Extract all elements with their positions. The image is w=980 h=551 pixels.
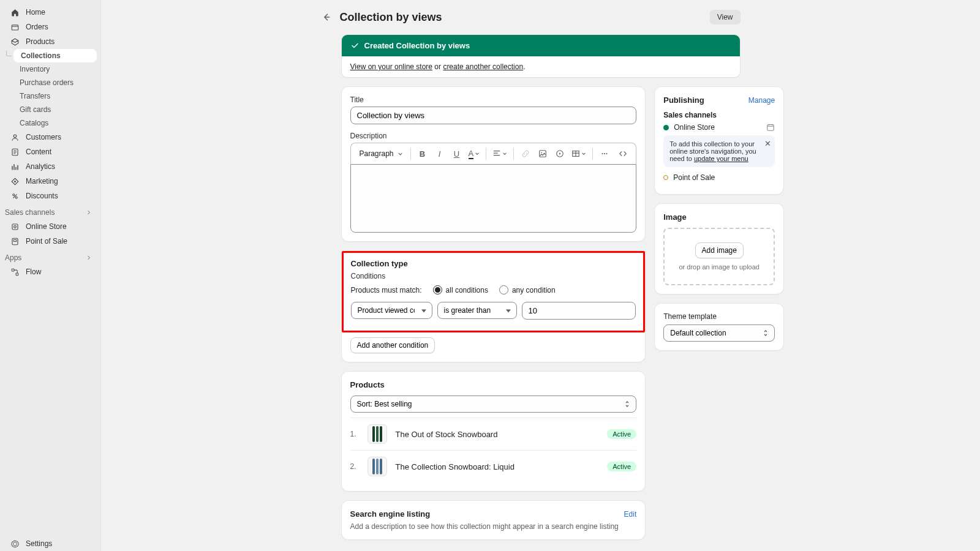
code-button[interactable] (615, 146, 631, 162)
orders-icon (10, 22, 20, 32)
seo-heading: Search engine listing (350, 509, 431, 519)
radio-all[interactable]: all conditions (433, 285, 488, 294)
products-heading: Products (350, 380, 637, 389)
publishing-heading: Publishing (663, 96, 704, 105)
code-icon (619, 149, 627, 158)
nav-channel-point-of-sale[interactable]: Point of Sale (0, 234, 100, 249)
image-button[interactable] (535, 146, 551, 162)
nav-section-apps[interactable]: Apps (0, 249, 100, 264)
svg-rect-19 (767, 125, 774, 131)
sort-select[interactable]: Sort: Best selling (350, 395, 637, 413)
seo-card: Search engine listing Edit Add a descrip… (341, 500, 646, 540)
italic-button[interactable]: I (432, 146, 448, 162)
drop-hint: or drop an image to upload (669, 263, 769, 271)
bold-button[interactable]: B (415, 146, 431, 162)
paragraph-select[interactable]: Paragraph (356, 148, 407, 160)
table-button[interactable] (569, 146, 589, 162)
page-title: Collection by views (340, 11, 442, 24)
channels-header: Sales channels (5, 208, 55, 217)
svg-rect-0 (12, 24, 18, 29)
radio-any[interactable]: any condition (499, 285, 556, 294)
underline-button[interactable]: U (449, 146, 465, 162)
match-label: Products must match: (351, 286, 422, 294)
chevron-down-icon (398, 151, 403, 157)
nav-sub-transfers[interactable]: Transfers (0, 89, 100, 103)
image-dropzone[interactable]: Add image or drop an image to upload (663, 228, 775, 285)
manage-link[interactable]: Manage (748, 96, 775, 105)
add-condition-button[interactable]: Add another condition (350, 337, 435, 353)
description-editor[interactable] (350, 164, 637, 233)
condition-field-select[interactable]: Product viewed counter (351, 302, 432, 319)
product-thumbnail (368, 424, 387, 444)
home-icon (10, 7, 20, 17)
sales-channels-label: Sales channels (663, 111, 775, 119)
nav-section-channels[interactable]: Sales channels (0, 203, 100, 219)
discounts-icon (10, 191, 20, 201)
add-image-button[interactable]: Add image (695, 242, 744, 258)
create-collection-link[interactable]: create another collection (443, 62, 523, 71)
collection-type-heading: Collection type (351, 259, 636, 268)
nav-customers[interactable]: Customers (0, 130, 100, 144)
nav-sub-catalogs[interactable]: Catalogs (0, 116, 100, 130)
svg-rect-10 (12, 269, 14, 271)
main-content: Collection by views View Created Collect… (101, 0, 980, 551)
close-tip-button[interactable]: ✕ (764, 139, 771, 148)
marketing-icon (10, 176, 20, 186)
product-thumbnail (368, 457, 387, 476)
product-index: 2. (350, 462, 359, 471)
back-button[interactable] (318, 9, 335, 26)
svg-point-17 (604, 153, 605, 154)
svg-point-16 (602, 153, 603, 154)
flow-icon (10, 267, 20, 277)
nav-app-flow[interactable]: Flow (0, 264, 100, 279)
channel-online-store: Online Store (663, 123, 775, 132)
chevron-down-icon (502, 151, 507, 156)
apps-header: Apps (5, 253, 21, 262)
product-row[interactable]: 1.The Out of Stock SnowboardActive (350, 418, 637, 450)
title-input[interactable] (350, 107, 637, 124)
view-button[interactable]: View (710, 10, 741, 24)
content-icon (10, 147, 20, 157)
nav-channel-online-store[interactable]: Online Store (0, 219, 100, 234)
conditions-label: Conditions (351, 272, 636, 280)
nav-settings[interactable]: Settings (0, 536, 100, 551)
chevron-down-icon (475, 151, 480, 156)
dots-icon (600, 149, 609, 158)
svg-point-1 (13, 135, 17, 138)
condition-value-input[interactable] (522, 302, 636, 320)
theme-select[interactable]: Default collection (663, 324, 775, 342)
page-header: Collection by views View (341, 9, 741, 26)
nav-sub-inventory[interactable]: Inventory (0, 62, 100, 76)
product-row[interactable]: 2.The Collection Snowboard: LiquidActive (350, 450, 637, 482)
publishing-card: Publishing Manage Sales channels Online … (654, 86, 784, 195)
svg-point-4 (12, 193, 14, 195)
align-button[interactable] (490, 146, 510, 162)
status-dot-active (663, 125, 669, 130)
nav-analytics[interactable]: Analytics (0, 159, 100, 174)
description-label: Description (350, 132, 637, 140)
nav-products[interactable]: Products (0, 34, 100, 49)
calendar-icon[interactable] (766, 123, 775, 132)
nav-orders[interactable]: Orders (0, 20, 100, 34)
nav-sub-gift-cards[interactable]: Gift cards (0, 103, 100, 116)
seo-edit-link[interactable]: Edit (624, 510, 637, 519)
nav-discounts[interactable]: Discounts (0, 189, 100, 203)
text-color-button[interactable]: A (466, 146, 483, 162)
nav-home[interactable]: Home (0, 5, 100, 20)
link-button[interactable] (518, 146, 533, 162)
theme-card: Theme template Default collection (654, 303, 784, 351)
nav-content[interactable]: Content (0, 144, 100, 159)
nav-sub-collections[interactable]: Collections (13, 49, 97, 62)
chevron-down-icon (581, 151, 586, 156)
update-menu-link[interactable]: update your menu (694, 155, 748, 162)
view-store-link[interactable]: View on your online store (350, 62, 433, 71)
seo-description: Add a description to see how this collec… (350, 522, 637, 531)
condition-operator-select[interactable]: is greater than (437, 302, 517, 319)
status-dot-pending (663, 175, 668, 180)
video-button[interactable] (552, 146, 568, 162)
nav-marketing[interactable]: Marketing (0, 174, 100, 189)
navigation-tip: ✕ To add this collection to your online … (663, 135, 775, 167)
nav-sub-purchase-orders[interactable]: Purchase orders (0, 76, 100, 89)
more-button[interactable] (597, 146, 612, 162)
image-card: Image Add image or drop an image to uplo… (654, 203, 784, 294)
